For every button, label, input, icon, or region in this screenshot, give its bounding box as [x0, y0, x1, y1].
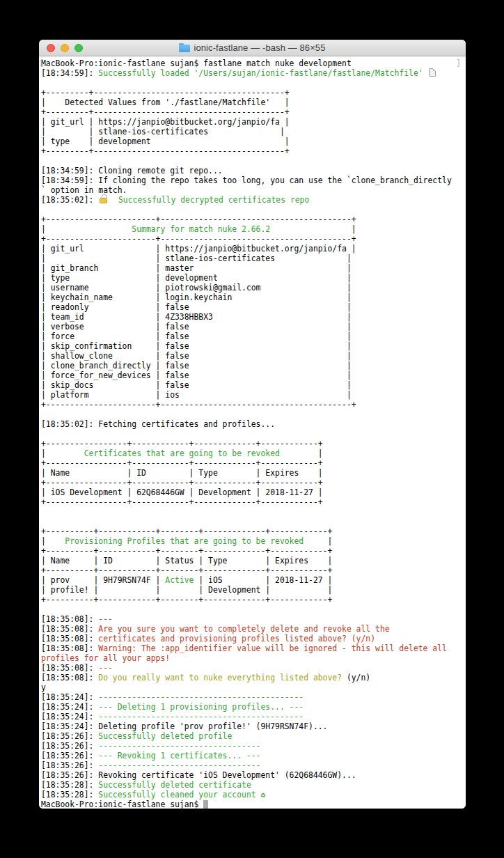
terminal-text: | — [270, 98, 289, 107]
terminal-text: | prov | 9H79RSN74F | — [41, 575, 165, 585]
terminal-line: [18:35:08]: Are you sure you want to com… — [41, 624, 466, 634]
terminal-line: MacBook-Pro:ionic-fastlane sujan$ — [41, 800, 466, 809]
terminal-line: [18:34:59]: Successfully loaded '/Users/… — [41, 68, 466, 78]
terminal-line: | prov | 9H79RSN74F | Active | iOS | 201… — [41, 575, 466, 585]
terminal-text: | keychain_name | login.keychain | — [41, 292, 352, 302]
title-bar[interactable]: ionic-fastlane — -bash — 86×55 — [39, 40, 466, 56]
terminal-text: [18:35:02]: — [41, 195, 98, 205]
terminal-line: [18:35:08]: Warning: The :app_identifier… — [41, 644, 466, 653]
terminal-line: | shallow_clone | false | — [41, 351, 466, 361]
terminal-line: | team_id | 4Z338HBBX3 | — [41, 312, 466, 322]
terminal-text: [18:35:26]: — [41, 751, 98, 760]
terminal-text: [18:34:59]: — [41, 68, 98, 78]
terminal-text: --- — [98, 663, 113, 673]
terminal-line: +----------+------------+--------+------… — [41, 595, 466, 604]
terminal-text: [18:35:08]: — [41, 673, 98, 682]
cursor-block — [203, 800, 208, 809]
terminal-text: ---------------------------------- — [98, 760, 260, 770]
terminal-line — [41, 517, 466, 526]
terminal-line: +-----------------+------------+--------… — [41, 458, 466, 468]
terminal-text: [18:35:28]: — [41, 780, 98, 790]
terminal-text: +---------+-----------------------------… — [41, 107, 290, 117]
terminal-line: | skip_docs | false | — [41, 380, 466, 390]
terminal-line: +-----------------------+---------------… — [41, 400, 466, 410]
terminal-text: +---------+-----------------------------… — [41, 88, 290, 98]
terminal-line: | username | piotrowski@gmail.com | — [41, 283, 466, 292]
terminal-text: | iOS Development | 62Q68446GW | Develop… — [41, 488, 323, 497]
terminal-text: Detected Values from './fastlane/Matchfi… — [65, 98, 270, 107]
terminal-text: [18:34:59]: Cloning remote git repo... — [41, 166, 223, 176]
terminal-text: | clone_branch_directly | false | — [41, 361, 352, 370]
terminal-text: y — [41, 682, 46, 692]
terminal-line: | git_branch | master | — [41, 263, 466, 273]
terminal-line: +-----------------------+---------------… — [41, 214, 466, 224]
prompt-mark-left: [ — [39, 58, 44, 68]
terminal-text: [18:35:26]: — [41, 760, 98, 770]
terminal-line: [18:35:26]: --- Revoking 1 certificates.… — [41, 751, 466, 760]
terminal-line: | type | development | — [41, 136, 466, 146]
terminal-text: [18:35:08]: — [41, 644, 98, 653]
terminal-line: | git_url | https://janpio@bitbucket.org… — [41, 117, 466, 127]
terminal-line: | | stlane-ios-certificates | — [41, 127, 466, 136]
terminal-line: +-----------------+------------+--------… — [41, 497, 466, 507]
terminal-line: [18:35:28]: Successfully deleted certifi… — [41, 780, 466, 790]
traffic-lights — [47, 44, 83, 52]
terminal-text: | — [41, 224, 132, 234]
terminal-line: MacBook-Pro:ionic-fastlane sujan$ fastla… — [41, 58, 466, 68]
terminal-line: | keychain_name | login.keychain | — [41, 292, 466, 302]
terminal-text: +----------+------------+--------+------… — [41, 566, 332, 575]
zoom-button[interactable] — [74, 44, 83, 52]
close-button[interactable] — [47, 44, 55, 52]
terminal-text: +-----------------+------------+--------… — [41, 439, 323, 448]
terminal-line — [41, 78, 466, 88]
terminal-line: | type | development | — [41, 273, 466, 283]
terminal-text: Successfully loaded '/Users/sujan/ionic-… — [98, 68, 423, 78]
terminal-text: ---------------------------------- — [98, 741, 260, 751]
terminal-line: [18:35:08]: Do you really want to nuke e… — [41, 673, 466, 682]
terminal-line: [18:35:24]: Deleting profile 'prov profi… — [41, 722, 466, 731]
terminal-line: [18:34:59]: If cloning the repo takes to… — [41, 176, 466, 185]
terminal-line: | verbose | false | — [41, 322, 466, 332]
minimize-button[interactable] — [61, 44, 69, 52]
terminal-text: Successfully deleted profile — [98, 731, 232, 741]
terminal-text: [18:35:08]: — [41, 624, 98, 634]
terminal-text: Successfully cleaned your account — [98, 790, 260, 800]
terminal-text: | — [280, 448, 323, 458]
terminal-line: | Name | ID | Type | Expires | — [41, 468, 466, 478]
terminal-line: +----------+------------+--------+------… — [41, 566, 466, 575]
terminal-line: y — [41, 682, 466, 692]
terminal-line: [18:35:08]: certificates and provisionin… — [41, 634, 466, 644]
terminal-text: ♻ — [260, 790, 265, 800]
terminal-text: --- Revoking 1 certificates... --- — [98, 751, 260, 760]
terminal-text: | profile! | | | Development | | — [41, 585, 332, 595]
terminal-text: | team_id | 4Z338HBBX3 | — [41, 312, 352, 322]
terminal-text: Successfully deleted certificate — [98, 780, 251, 790]
terminal-text: | type | development | — [41, 136, 290, 146]
terminal-text: Summary for match nuke 2.66.2 — [132, 224, 270, 234]
terminal-line: | Detected Values from './fastlane/Match… — [41, 98, 466, 107]
terminal-line: [18:35:02]: Fetching certificates and pr… — [41, 419, 466, 429]
terminal-text: ----------------------------------------… — [98, 712, 304, 722]
terminal-text: [18:35:02]: Fetching certificates and pr… — [41, 419, 275, 429]
terminal-line: +----------+------------+--------+------… — [41, 546, 466, 556]
terminal-text: --- — [98, 614, 113, 624]
terminal-line: | platform | ios | — [41, 390, 466, 400]
terminal-line: | Name | ID | Status | Type | Expires | — [41, 556, 466, 566]
terminal-body[interactable]: MacBook-Pro:ionic-fastlane sujan$ fastla… — [39, 56, 466, 809]
terminal-text: [18:35:08]: — [41, 663, 98, 673]
terminal-text: +---------+-----------------------------… — [41, 146, 290, 156]
terminal-text: +----------+------------+--------+------… — [41, 595, 332, 604]
terminal-line: +----------+------------+--------+------… — [41, 526, 466, 536]
terminal-text: MacBook-Pro:ionic-fastlane sujan$ — [41, 800, 203, 809]
terminal-text: | — [41, 448, 84, 458]
terminal-text: Warning: The :app_identifier value will … — [98, 644, 447, 653]
terminal-line: | profile! | | | Development | | — [41, 585, 466, 595]
terminal-text: [18:35:28]: — [41, 790, 98, 800]
terminal-line: [18:35:08]: --- — [41, 614, 466, 624]
terminal-text: (y/n) — [342, 673, 370, 682]
terminal-line — [41, 156, 466, 166]
terminal-text: | Name | ID | Status | Type | Expires | — [41, 556, 332, 566]
terminal-text: | | stlane-ios-certificates | — [41, 127, 285, 136]
terminal-text: [18:35:26]: — [41, 741, 98, 751]
terminal-text: | — [41, 98, 65, 107]
